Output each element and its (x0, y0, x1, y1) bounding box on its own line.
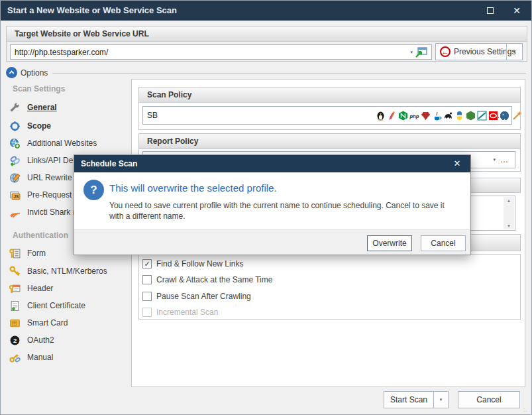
sidebar-item-manual[interactable]: Manual (9, 351, 53, 363)
sidebar-item-oauth2[interactable]: 2 OAuth2 (9, 334, 54, 346)
sidebar-item-pre-request-scripts[interactable]: JS Pre-Request S (9, 189, 80, 201)
scan-policy-header: Scan Policy (139, 88, 520, 103)
scan-dialog-window: Start a New Website or Web Service Scan … (0, 0, 532, 415)
cancel-button[interactable]: Cancel (458, 391, 520, 408)
modal-footer: Overwrite Cancel (74, 229, 470, 255)
sidebar-section-scan-settings: Scan Settings (13, 84, 65, 93)
link-icon (9, 155, 21, 166)
checkbox-find-follow-new-links[interactable]: ✓ Find & Follow New Links (142, 259, 243, 269)
dropdown-icon: ▾ (437, 397, 445, 402)
target-url-value: http://php.testsparker.com/ (15, 48, 407, 57)
sidebar-item-client-certificate[interactable]: Client Certificate (9, 300, 85, 312)
apache-icon (387, 111, 397, 121)
sidebar-item-links-api[interactable]: Links/API Def (9, 154, 76, 166)
sidebar-item-form[interactable]: Form (9, 247, 46, 259)
magic-wand-icon (512, 111, 522, 121)
globe-plus-icon (9, 138, 21, 149)
dropdown-icon: ▾ (511, 49, 519, 54)
php-icon: php (409, 111, 419, 121)
form-key-icon (9, 248, 21, 259)
resize-grip[interactable]: ... (523, 406, 529, 412)
start-scan-dropdown[interactable]: ▾ (433, 391, 449, 408)
schedule-scan-modal: Schedule Scan ✕ ? This will overwrite th… (74, 154, 471, 255)
scroll-down-icon[interactable]: ▼ (504, 223, 514, 228)
modal-title-bar: Schedule Scan ✕ (74, 155, 470, 172)
js-script-icon: JS (9, 190, 21, 201)
title-bar: Start a New Website or Web Service Scan … (1, 1, 532, 21)
globe-pencil-icon (9, 172, 21, 184)
perl-icon (443, 111, 453, 121)
modal-heading: This will overwrite the selected profile… (109, 182, 277, 194)
manual-key-icon (9, 352, 21, 363)
open-in-browser-icon[interactable] (415, 47, 427, 58)
question-icon: ? (83, 180, 104, 200)
close-button[interactable]: ✕ (506, 1, 527, 21)
options-divider (52, 73, 526, 74)
sidebar-item-additional-websites[interactable]: Additional Websites (9, 137, 97, 149)
svg-text:php: php (409, 113, 419, 119)
wrench-icon (9, 102, 21, 113)
checkbox-checked-icon[interactable]: ✓ (142, 259, 152, 268)
report-policy-dropdown-icon[interactable]: ▾ (490, 157, 498, 162)
svg-text:2: 2 (13, 336, 17, 343)
smart-card-icon (9, 318, 21, 329)
postgresql-icon (500, 111, 509, 121)
crawling-options-group: ✓ Find & Follow New Links Crawl & Attack… (138, 254, 521, 320)
modal-title: Schedule Scan (81, 159, 137, 168)
url-dropdown-icon[interactable]: ▾ (407, 50, 415, 55)
target-url-input[interactable]: http://php.testsparker.com/ ▾ (10, 44, 432, 60)
previous-settings-button[interactable]: ← Previous Settings ▾ (435, 43, 523, 60)
sidebar-section-authentication: Authentication (13, 231, 68, 240)
modal-cancel-button[interactable]: Cancel (421, 235, 466, 251)
sidebar-item-scope[interactable]: Scope (9, 120, 51, 132)
maximize-icon (487, 7, 494, 14)
report-policy-header: Report Policy (139, 134, 520, 149)
scan-policy-tech-icons: php (376, 111, 509, 121)
options-label[interactable]: Options (21, 68, 48, 78)
window-title: Start a New Website or Web Service Scan (7, 1, 177, 21)
overwrite-button[interactable]: Overwrite (367, 235, 412, 251)
options-collapse-button[interactable] (6, 67, 17, 78)
shark-icon (9, 207, 21, 218)
key-icon (9, 266, 21, 277)
sidebar-item-basic-ntlm[interactable]: Basic, NTLM/Kerberos (9, 265, 107, 277)
checkbox-crawl-attack-same-time[interactable]: Crawl & Attack at the Same Time (142, 274, 272, 285)
target-url-group-header: Target Website or Web Service URL (7, 27, 527, 42)
sidebar-item-smart-card[interactable]: Smart Card (9, 317, 68, 329)
start-scan-button[interactable]: Start Scan (384, 391, 434, 408)
checkbox-unchecked-icon[interactable] (142, 292, 152, 301)
previous-settings-dropdown[interactable]: ▾ (506, 44, 522, 60)
java-icon (432, 111, 442, 121)
svg-text:JS: JS (13, 194, 19, 199)
header-key-icon (9, 283, 21, 294)
scroll-up-icon[interactable]: ▲ (504, 198, 514, 203)
ruby-icon (421, 111, 431, 121)
checkbox-disabled-icon (142, 308, 152, 317)
report-policy-more-button[interactable]: … (498, 155, 511, 164)
checkbox-unchecked-icon[interactable] (142, 275, 152, 284)
scan-policy-input[interactable]: SB php ▾ … (142, 106, 512, 125)
scan-policy-wizard-button[interactable] (512, 108, 522, 123)
modal-body-text: You need to save current profile with th… (109, 200, 459, 221)
oauth2-icon: 2 (9, 335, 21, 346)
mssql-icon (477, 111, 487, 121)
sidebar-item-invicti-shark[interactable]: Invicti Shark ( (9, 206, 76, 218)
chevron-up-icon (8, 69, 15, 76)
nginx-icon (398, 111, 408, 121)
python-icon (454, 111, 464, 121)
certificate-icon (9, 300, 21, 312)
sidebar-item-general[interactable]: General (9, 101, 57, 113)
previous-settings-icon: ← (440, 46, 451, 57)
checkbox-incremental-scan: Incremental Scan (142, 307, 218, 318)
scope-icon (9, 121, 21, 132)
nodejs-icon (466, 111, 476, 121)
sidebar-item-header[interactable]: Header (9, 282, 53, 294)
checkbox-pause-scan-after-crawling[interactable]: Pause Scan After Crawling (142, 291, 251, 302)
listbox-scrollbar[interactable]: ▲ ▼ (504, 197, 514, 229)
linux-icon (376, 111, 386, 121)
sidebar-item-url-rewrite[interactable]: URL Rewrite (9, 172, 72, 184)
oracle-icon (488, 111, 498, 121)
maximize-button[interactable] (480, 1, 501, 21)
modal-close-button[interactable]: ✕ (451, 155, 464, 172)
